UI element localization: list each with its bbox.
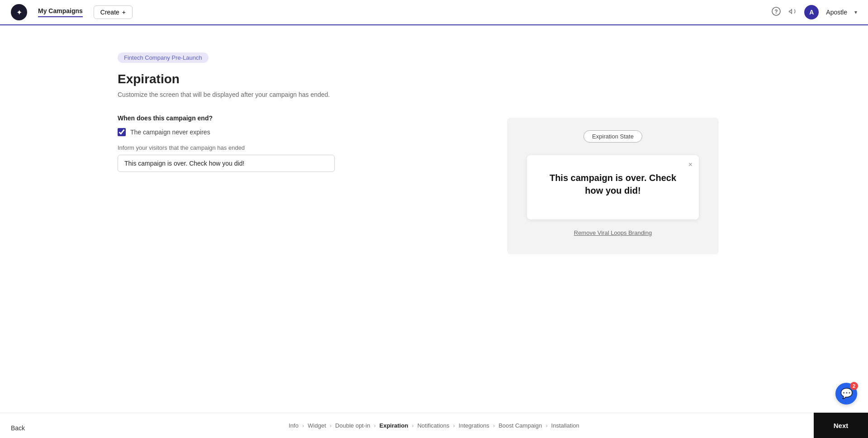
page-title: Expiration	[118, 72, 868, 86]
remove-branding-link[interactable]: Remove Viral Loops Branding	[574, 229, 652, 236]
expiration-message-input[interactable]	[118, 155, 335, 172]
next-button[interactable]: Next	[814, 413, 868, 438]
header-left: ✦ My Campaigns Create +	[11, 4, 133, 20]
preview-message: This campaign is over. Check how you did…	[541, 171, 685, 197]
preview-panel: Expiration State × This campaign is over…	[507, 118, 719, 254]
logo-icon[interactable]: ✦	[11, 4, 27, 20]
breadcrumb-separator: ›	[545, 422, 547, 429]
breadcrumb-separator: ›	[412, 422, 413, 429]
back-button[interactable]: Back	[11, 424, 25, 432]
header-right: ? A Apostle ▾	[772, 5, 857, 19]
header: ✦ My Campaigns Create + ? A Apostle ▾	[0, 0, 868, 25]
preview-card: × This campaign is over. Check how you d…	[527, 155, 699, 219]
nav-my-campaigns[interactable]: My Campaigns	[38, 7, 83, 17]
breadcrumb-separator: ›	[453, 422, 455, 429]
field-label: Inform your visitors that the campaign h…	[118, 144, 335, 151]
bottom-bar: Back Info›Widget›Double opt-in›Expiratio…	[0, 413, 868, 438]
breadcrumb-separator: ›	[493, 422, 495, 429]
close-button[interactable]: ×	[688, 161, 693, 169]
megaphone-button[interactable]	[788, 7, 797, 18]
checkbox-row: The campaign never expires	[118, 128, 335, 136]
chat-bubble[interactable]: 💬 2	[835, 383, 857, 405]
breadcrumb-item-double-opt-in[interactable]: Double opt-in	[335, 422, 370, 429]
user-name: Apostle	[826, 9, 847, 16]
breadcrumb-item-integrations[interactable]: Integrations	[459, 422, 489, 429]
breadcrumb-item-expiration[interactable]: Expiration	[379, 422, 408, 429]
breadcrumb-item-installation[interactable]: Installation	[551, 422, 579, 429]
page-subtitle: Customize the screen that will be displa…	[118, 91, 868, 98]
expiration-state-badge: Expiration State	[583, 130, 642, 143]
help-button[interactable]: ?	[772, 7, 781, 18]
breadcrumb-item-boost-campaign[interactable]: Boost Campaign	[498, 422, 542, 429]
never-expires-checkbox[interactable]	[118, 128, 126, 136]
create-button[interactable]: Create +	[94, 5, 133, 19]
breadcrumb-item-widget[interactable]: Widget	[308, 422, 326, 429]
chat-badge: 2	[850, 382, 858, 390]
chat-icon: 💬	[840, 388, 853, 400]
breadcrumb-separator: ›	[374, 422, 375, 429]
breadcrumb-item-info[interactable]: Info	[289, 422, 299, 429]
breadcrumb-separator: ›	[302, 422, 304, 429]
svg-text:?: ?	[775, 9, 778, 15]
breadcrumb-item-notifications[interactable]: Notifications	[417, 422, 450, 429]
form-section: When does this campaign end? The campaig…	[118, 114, 335, 172]
chevron-down-icon[interactable]: ▾	[854, 9, 857, 15]
checkbox-label: The campaign never expires	[130, 129, 210, 136]
main-content: Fintech Company Pre-Launch Expiration Cu…	[0, 25, 868, 208]
form-question: When does this campaign end?	[118, 114, 335, 122]
breadcrumbs: Info›Widget›Double opt-in›Expiration›Not…	[289, 422, 579, 429]
campaign-badge: Fintech Company Pre-Launch	[118, 52, 209, 63]
breadcrumb-separator: ›	[330, 422, 332, 429]
avatar: A	[804, 5, 819, 19]
